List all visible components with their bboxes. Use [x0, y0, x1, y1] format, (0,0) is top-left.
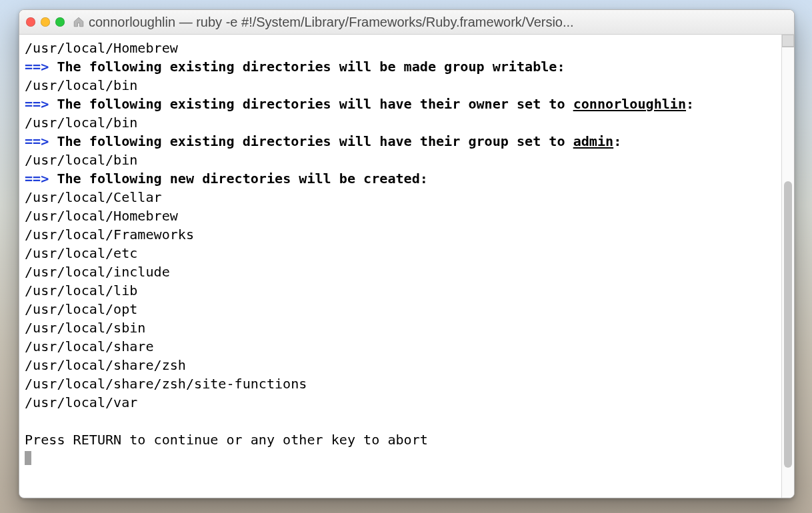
home-icon [73, 16, 85, 28]
window-title-text: connorloughlin — ruby -e #!/System/Libra… [89, 15, 574, 30]
group-name: admin [573, 133, 614, 149]
output-line: /usr/local/sbin [25, 320, 145, 336]
window-controls [26, 17, 65, 27]
output-line: /usr/local/opt [25, 301, 137, 317]
terminal-output[interactable]: /usr/local/Homebrew ==> The following ex… [19, 35, 781, 498]
scroll-corner-icon [782, 35, 794, 47]
output-line: /usr/local/var [25, 394, 137, 410]
cursor [25, 451, 31, 465]
vertical-scrollbar[interactable] [781, 35, 794, 498]
window-body: /usr/local/Homebrew ==> The following ex… [19, 35, 794, 498]
heading-group-writable: The following existing directories will … [57, 59, 565, 75]
output-line: /usr/local/Frameworks [25, 227, 194, 243]
output-line: /usr/local/Cellar [25, 189, 162, 205]
close-icon[interactable] [26, 17, 35, 27]
output-line: /usr/local/share/zsh/site-functions [25, 376, 307, 392]
output-line: /usr/local/Homebrew [25, 40, 178, 56]
heading-group: The following existing directories will … [57, 133, 621, 149]
arrow-icon: ==> [25, 59, 49, 75]
output-line: /usr/local/bin [25, 77, 137, 93]
scrollbar-thumb[interactable] [784, 181, 792, 468]
output-line: /usr/local/share [25, 338, 154, 354]
output-line: /usr/local/etc [25, 245, 137, 261]
owner-user: connorloughlin [573, 96, 686, 112]
output-line: /usr/local/share/zsh [25, 357, 186, 373]
terminal-window: connorloughlin — ruby -e #!/System/Libra… [19, 9, 795, 498]
heading-new-dirs: The following new directories will be cr… [57, 171, 427, 187]
output-line: /usr/local/bin [25, 152, 137, 168]
prompt-line: Press RETURN to continue or any other ke… [25, 432, 428, 448]
output-line: /usr/local/Homebrew [25, 208, 178, 224]
window-title: connorloughlin — ruby -e #!/System/Libra… [73, 15, 787, 30]
output-line: /usr/local/lib [25, 282, 137, 298]
output-line: /usr/local/bin [25, 115, 137, 131]
titlebar[interactable]: connorloughlin — ruby -e #!/System/Libra… [19, 10, 794, 35]
minimize-icon[interactable] [41, 17, 50, 27]
heading-owner: The following existing directories will … [57, 96, 694, 112]
zoom-icon[interactable] [55, 17, 65, 27]
arrow-icon: ==> [25, 96, 49, 112]
arrow-icon: ==> [25, 133, 49, 149]
arrow-icon: ==> [25, 171, 49, 187]
output-line: /usr/local/include [25, 264, 170, 280]
